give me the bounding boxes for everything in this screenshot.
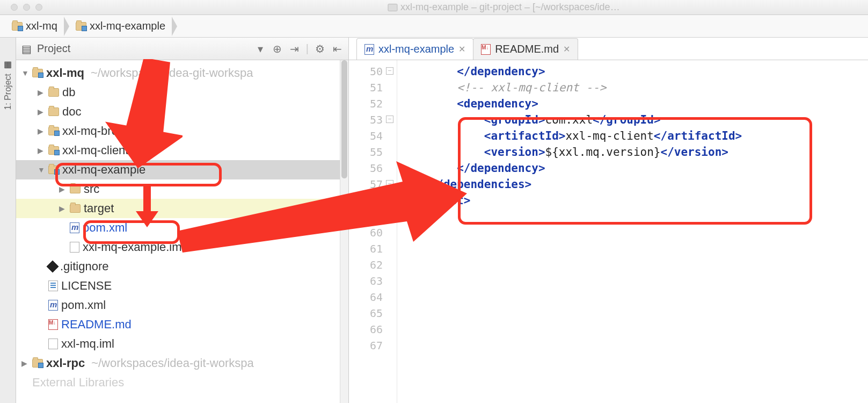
text-file-icon [48, 280, 58, 291]
tree-label: doc [62, 105, 81, 119]
module-icon [32, 359, 43, 368]
module-icon [32, 69, 43, 77]
tree-node-LICENSE[interactable]: LICENSE [16, 276, 348, 296]
editor-body[interactable]: 505152535455565758596061626364656667−−− … [349, 60, 868, 403]
gear-icon[interactable]: ⚙ [314, 43, 326, 55]
breadcrumb: xxl-mq xxl-mq-example [0, 15, 868, 38]
panel-header: ▤ Project ▾ ⊕ ⇥ | ⚙ ⇤ [16, 38, 348, 60]
folder-icon [48, 88, 59, 97]
close-icon[interactable]: ✕ [458, 44, 465, 54]
folder-icon [48, 127, 59, 135]
tree-node-pom-xml[interactable]: pom.xml [16, 218, 348, 238]
window-titlebar: xxl-mq-example – git-project – [~/worksp… [0, 0, 868, 15]
tree-root[interactable]: xxl-mq ~/workspaces/idea-git-workspa [16, 63, 348, 83]
file-icon [48, 339, 58, 349]
tree-label: src [84, 182, 99, 196]
close-window-icon[interactable] [11, 4, 18, 11]
tree-node--gitignore[interactable]: .gitignore [16, 257, 348, 276]
folder-icon [70, 185, 81, 193]
panel-title: Project [37, 42, 70, 55]
tree-label: pom.xml [61, 298, 106, 312]
tree-node-db[interactable]: db [16, 83, 348, 102]
folder-icon [48, 146, 59, 155]
fold-icon[interactable]: − [386, 67, 393, 75]
collapse-icon[interactable]: ⇥ [289, 43, 301, 55]
fold-icon[interactable]: − [386, 180, 393, 188]
tree-label: xxl-mq-example [62, 163, 145, 177]
project-panel: ▤ Project ▾ ⊕ ⇥ | ⚙ ⇤ xxl-mq ~/workspace… [16, 38, 349, 403]
maven-icon [70, 222, 79, 233]
tree-node-xxl-mq-example[interactable]: xxl-mq-example [16, 160, 348, 179]
project-tool-icon[interactable]: ▦ [4, 59, 12, 69]
tree-node-target[interactable]: target [16, 199, 348, 218]
tree-root[interactable]: xxl-rpc ~/workspaces/idea-git-workspa [16, 354, 348, 373]
code-area[interactable]: </dependency> <!-- xxl-mq-client --> <de… [397, 60, 868, 403]
window-title: xxl-mq-example – git-project – [~/worksp… [388, 2, 620, 13]
tree-label: xxl-mq-client [62, 143, 128, 157]
tree-node-xxl-mq-client[interactable]: xxl-mq-client [16, 141, 348, 160]
panel-view-icon: ▤ [21, 42, 32, 55]
file-icon [70, 242, 79, 253]
tree-label: target [84, 202, 114, 215]
panel-dropdown-icon[interactable]: ▾ [254, 43, 266, 55]
fold-icon[interactable]: − [386, 116, 393, 123]
folder-icon [70, 204, 81, 213]
tree-node-pom-xml[interactable]: pom.xml [16, 296, 348, 315]
tab-readme[interactable]: README.md ✕ [473, 38, 578, 60]
tree-label: pom.xml [83, 221, 127, 235]
folder-icon [48, 165, 59, 174]
editor-panel: xxl-mq-example ✕ README.md ✕ 50515253545… [349, 38, 868, 403]
zoom-window-icon[interactable] [35, 4, 42, 11]
tab-xxl-mq-example[interactable]: xxl-mq-example ✕ [356, 38, 473, 60]
tree-label: LICENSE [61, 279, 112, 293]
tree-node-doc[interactable]: doc [16, 102, 348, 121]
tree-label: README.md [61, 318, 132, 332]
tree-label: xxl-mq-broker [62, 124, 134, 138]
folder-icon [388, 4, 397, 11]
project-tool-label[interactable]: 1: Project [3, 74, 13, 110]
maven-icon [364, 44, 374, 55]
git-icon [47, 261, 59, 273]
project-tree[interactable]: xxl-mq ~/workspaces/idea-git-workspa dbd… [16, 60, 348, 403]
tree-label: xxl-mq-example.iml [83, 240, 184, 254]
line-gutter: 505152535455565758596061626364656667−−− [349, 60, 397, 403]
tree-node-xxl-mq-broker[interactable]: xxl-mq-broker [16, 121, 348, 141]
tree-label: db [62, 85, 75, 99]
markdown-icon [48, 319, 58, 330]
minimize-window-icon[interactable] [23, 4, 30, 11]
tree-node-README-md[interactable]: README.md [16, 315, 348, 334]
tree-label: .gitignore [60, 260, 109, 274]
tool-window-stripe[interactable]: ▦ 1: Project [0, 38, 16, 403]
scrollbar[interactable] [340, 60, 348, 403]
maven-icon [48, 300, 58, 311]
tree-label: xxl-mq.iml [61, 337, 114, 351]
hide-icon[interactable]: ⇤ [331, 43, 343, 55]
breadcrumb-item[interactable]: xxl-mq-example [71, 19, 173, 33]
tree-node-xxl-mq-iml[interactable]: xxl-mq.iml [16, 334, 348, 354]
markdown-icon [481, 44, 491, 55]
close-icon[interactable]: ✕ [563, 44, 570, 54]
tree-node-src[interactable]: src [16, 179, 348, 199]
external-libraries[interactable]: External Libraries [16, 373, 348, 392]
folder-icon [48, 107, 59, 116]
tree-node-xxl-mq-example-iml[interactable]: xxl-mq-example.iml [16, 238, 348, 257]
breadcrumb-item[interactable]: xxl-mq [8, 19, 65, 33]
locate-icon[interactable]: ⊕ [272, 43, 283, 55]
editor-tabs: xxl-mq-example ✕ README.md ✕ [349, 38, 868, 60]
